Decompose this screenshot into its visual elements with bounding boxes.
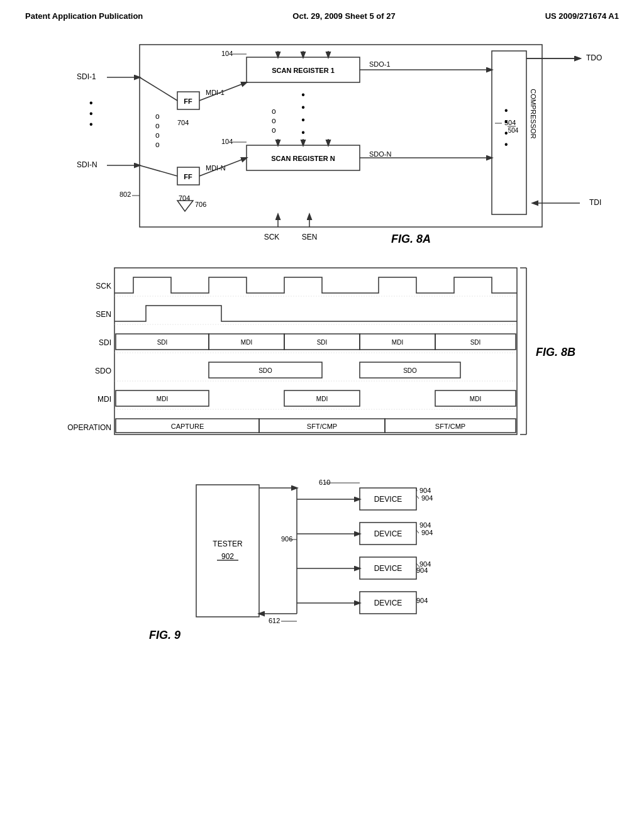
svg-text:SFT/CMP: SFT/CMP: [307, 423, 337, 430]
svg-text:•: •: [504, 105, 508, 116]
svg-text:902: 902: [221, 552, 234, 561]
svg-text:SEN: SEN: [96, 310, 111, 319]
svg-text:FIG. 8B: FIG. 8B: [536, 346, 575, 358]
svg-text:704: 704: [179, 194, 190, 202]
svg-text:612: 612: [269, 617, 280, 624]
svg-text:SCK: SCK: [96, 282, 111, 290]
svg-text:MDI: MDI: [392, 339, 403, 346]
svg-text:FF: FF: [184, 97, 192, 105]
svg-text:MDI: MDI: [157, 396, 168, 402]
svg-text:•: •: [89, 108, 93, 119]
svg-text:•: •: [301, 89, 305, 100]
svg-text:904: 904: [419, 487, 431, 494]
svg-text:DEVICE: DEVICE: [374, 529, 402, 538]
svg-text:104: 104: [221, 50, 233, 57]
svg-text:o: o: [155, 131, 160, 140]
svg-line-54: [140, 77, 177, 101]
svg-rect-0: [140, 45, 542, 227]
svg-text:SDI: SDI: [317, 339, 328, 346]
svg-text:904: 904: [416, 597, 428, 604]
svg-text:904: 904: [416, 567, 428, 574]
svg-text:SCK: SCK: [264, 233, 280, 241]
fig8b-diagram: SCK SEN SDI SDO MDI OPERATION SDI: [64, 265, 580, 447]
svg-text:o: o: [155, 112, 160, 121]
svg-text:•: •: [504, 139, 508, 150]
svg-text:o: o: [272, 116, 276, 125]
svg-text:104: 104: [221, 138, 233, 145]
svg-text:SDI: SDI: [99, 338, 111, 347]
svg-text:•: •: [301, 102, 305, 113]
svg-text:906: 906: [281, 535, 292, 543]
svg-text:610: 610: [319, 479, 330, 486]
svg-text:•: •: [89, 119, 93, 130]
svg-text:•: •: [504, 116, 508, 127]
fig8a-diagram: COMPRESSOR 504 SCAN REGISTER 1 SCAN REGI…: [39, 32, 605, 258]
fig9-diagram: TESTER 902 DEVICE 904 DEVICE 904 DEVICE …: [133, 453, 511, 648]
svg-text:COMPRESSOR: COMPRESSOR: [530, 89, 537, 139]
svg-text:SCAN REGISTER N: SCAN REGISTER N: [271, 155, 335, 162]
svg-text:904: 904: [419, 521, 431, 529]
svg-text:MDI: MDI: [97, 395, 111, 404]
svg-text:SDI-1: SDI-1: [77, 72, 96, 81]
svg-text:706: 706: [195, 201, 206, 208]
svg-text:FIG. 9: FIG. 9: [149, 629, 180, 641]
svg-text:DEVICE: DEVICE: [374, 495, 402, 504]
svg-text:MDI: MDI: [470, 396, 481, 402]
svg-text:OPERATION: OPERATION: [67, 423, 111, 432]
svg-marker-12: [177, 201, 193, 211]
svg-text:904: 904: [421, 494, 433, 502]
svg-text:MDI-N: MDI-N: [206, 164, 226, 172]
svg-text:FF: FF: [184, 173, 192, 180]
svg-text:TESTER: TESTER: [213, 540, 243, 548]
svg-text:SCAN REGISTER 1: SCAN REGISTER 1: [272, 67, 335, 74]
svg-text:DEVICE: DEVICE: [374, 564, 402, 573]
svg-text:SDI-N: SDI-N: [77, 160, 97, 169]
svg-text:504: 504: [508, 127, 519, 134]
svg-text:SDO: SDO: [95, 367, 111, 375]
svg-text:904: 904: [421, 529, 433, 536]
svg-text:•: •: [89, 97, 93, 108]
header-right: US 2009/271674 A1: [545, 11, 619, 21]
svg-text:TDO: TDO: [586, 53, 602, 62]
svg-text:SDO: SDO: [258, 367, 272, 374]
svg-text:704: 704: [177, 119, 189, 126]
svg-text:o: o: [272, 107, 276, 116]
svg-rect-114: [196, 485, 259, 617]
svg-text:o: o: [155, 121, 160, 130]
svg-text:MDI: MDI: [241, 339, 252, 346]
svg-text:TDI: TDI: [589, 198, 601, 207]
header-left: Patent Application Publication: [25, 11, 143, 21]
svg-text:SDO: SDO: [403, 367, 417, 374]
svg-text:CAPTURE: CAPTURE: [171, 423, 204, 430]
svg-text:o: o: [272, 126, 276, 135]
svg-text:•: •: [301, 114, 305, 125]
svg-text:SDI: SDI: [470, 339, 481, 346]
svg-text:SDO-1: SDO-1: [369, 60, 391, 68]
svg-text:SFT/CMP: SFT/CMP: [435, 423, 465, 430]
svg-text:o: o: [155, 140, 160, 149]
svg-text:802: 802: [119, 191, 131, 198]
header-center: Oct. 29, 2009 Sheet 5 of 27: [292, 11, 395, 21]
svg-text:•: •: [301, 127, 305, 138]
svg-text:FIG. 8A: FIG. 8A: [391, 233, 431, 245]
svg-text:DEVICE: DEVICE: [374, 599, 402, 607]
svg-text:SEN: SEN: [302, 233, 318, 241]
page-header: Patent Application Publication Oct. 29, …: [0, 0, 644, 26]
svg-text:•: •: [504, 128, 508, 138]
svg-line-56: [140, 165, 177, 176]
svg-text:SDO-N: SDO-N: [369, 150, 392, 158]
svg-text:SDI: SDI: [157, 339, 168, 346]
svg-text:MDI: MDI: [316, 396, 328, 402]
